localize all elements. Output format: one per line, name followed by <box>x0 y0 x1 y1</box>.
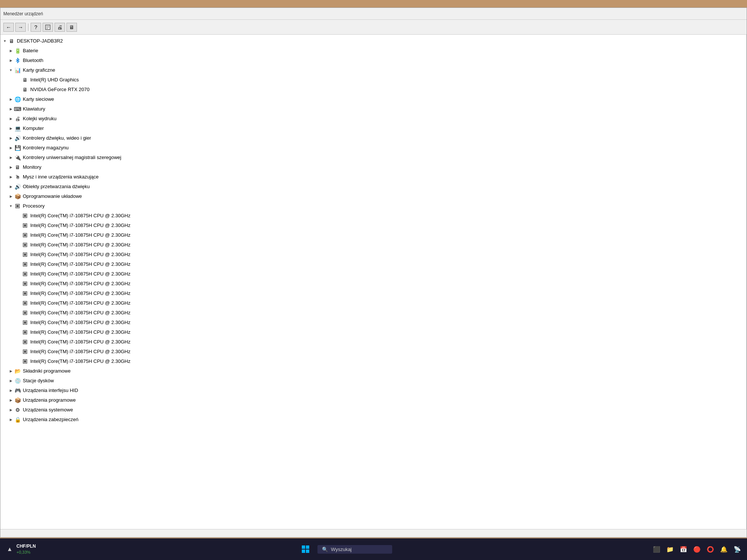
tree-item[interactable]: ▶📦Oprogramowanie układowe <box>0 192 746 201</box>
tree-item[interactable]: ▶Intel(R) Core(TM) i7-10875H CPU @ 2.30G… <box>0 259 746 269</box>
media-icon[interactable]: ⭕ <box>705 544 716 554</box>
tree-item[interactable]: ▶🔌Kontrolery uniwersalnej magistrali sze… <box>0 153 746 162</box>
device-tree[interactable]: 🖥 DESKTOP-JADB3R2 ▶🔋Baterie▶Bluetooth▼📊K… <box>0 35 747 529</box>
tree-item[interactable]: ▼Procesory <box>0 201 746 211</box>
currency-widget[interactable]: CHF/PLN +0,33% <box>16 544 36 555</box>
forward-button[interactable]: → <box>15 23 26 32</box>
tree-item[interactable]: ▶🖥Intel(R) UHD Graphics <box>0 75 746 85</box>
tree-item[interactable]: ▶Intel(R) Core(TM) i7-10875H CPU @ 2.30G… <box>0 357 746 366</box>
monitor-button[interactable]: 🖥 <box>66 23 77 32</box>
tree-toggle-icon[interactable]: ▶ <box>8 397 14 403</box>
tree-item[interactable]: ▶Intel(R) Core(TM) i7-10875H CPU @ 2.30G… <box>0 318 746 327</box>
tree-toggle-icon[interactable]: ▶ <box>15 261 21 267</box>
tree-toggle-icon[interactable]: ▶ <box>8 116 14 122</box>
network-tray-icon[interactable]: 📡 <box>732 544 743 554</box>
tree-item[interactable]: ▶Bluetooth <box>0 56 746 65</box>
tree-toggle-icon[interactable]: ▶ <box>8 378 14 384</box>
monitor-icon: 🖥 <box>14 164 21 171</box>
tree-item[interactable]: ▶Intel(R) Core(TM) i7-10875H CPU @ 2.30G… <box>0 347 746 357</box>
root-toggle-icon[interactable] <box>2 38 8 44</box>
tree-item[interactable]: ▶🖨Kolejki wydruku <box>0 114 746 124</box>
explorer-icon[interactable]: 📁 <box>665 544 675 554</box>
tree-item[interactable]: ▼📊Karty graficzne <box>0 65 746 75</box>
tree-toggle-icon[interactable]: ▶ <box>8 164 14 170</box>
tree-item[interactable]: ▶🔊Obiekty przetwarzania dźwięku <box>0 182 746 192</box>
tree-item[interactable]: ▶🖥NVIDIA GeForce RTX 2070 <box>0 85 746 94</box>
tree-toggle-icon[interactable]: ▼ <box>8 203 14 209</box>
task-view-icon[interactable]: ⬛ <box>651 544 662 554</box>
tree-toggle-icon[interactable]: ▶ <box>8 407 14 413</box>
tree-item[interactable]: ▶💻Komputer <box>0 124 746 133</box>
browser-icon[interactable]: 🔴 <box>692 544 702 554</box>
back-button[interactable]: ← <box>3 23 14 32</box>
tree-toggle-icon[interactable]: ▶ <box>15 232 21 238</box>
tree-toggle-icon[interactable]: ▶ <box>15 87 21 93</box>
tree-toggle-icon[interactable]: ▶ <box>8 135 14 141</box>
tree-toggle-icon[interactable]: ▶ <box>15 329 21 335</box>
tree-toggle-icon[interactable]: ▶ <box>15 242 21 248</box>
tree-item[interactable]: ▶📂Składniki programowe <box>0 366 746 376</box>
tree-item[interactable]: ▶Intel(R) Core(TM) i7-10875H CPU @ 2.30G… <box>0 279 746 289</box>
tree-toggle-icon[interactable]: ▶ <box>8 106 14 112</box>
tree-toggle-icon[interactable]: ▶ <box>8 174 14 180</box>
tree-toggle-icon[interactable]: ▼ <box>8 67 14 73</box>
tree-item[interactable]: ▶🔊Kontrolery dźwięku, wideo i gier <box>0 133 746 143</box>
tree-item[interactable]: ▶Intel(R) Core(TM) i7-10875H CPU @ 2.30G… <box>0 337 746 347</box>
tree-item[interactable]: ▶⌨Klawiatury <box>0 104 746 114</box>
tree-toggle-icon[interactable]: ▶ <box>8 155 14 161</box>
tree-item[interactable]: ▶💾Kontrolery magazynu <box>0 143 746 153</box>
tree-item-label: Intel(R) UHD Graphics <box>30 76 79 84</box>
tree-item[interactable]: ▶💿Stacje dysków <box>0 376 746 386</box>
tree-toggle-icon[interactable]: ▶ <box>15 290 21 296</box>
tree-toggle-icon[interactable]: ▶ <box>8 184 14 190</box>
tree-item[interactable]: ▶🖱Mysz i inne urządzenia wskazujące <box>0 172 746 182</box>
tree-item[interactable]: ▶Intel(R) Core(TM) i7-10875H CPU @ 2.30G… <box>0 211 746 221</box>
tree-toggle-icon[interactable]: ▶ <box>8 57 14 63</box>
print-button[interactable]: 🖨 <box>55 23 65 32</box>
tree-item[interactable]: ▶Intel(R) Core(TM) i7-10875H CPU @ 2.30G… <box>0 240 746 250</box>
search-bar[interactable]: 🔍 Wyszukaj <box>317 545 392 554</box>
tree-toggle-icon[interactable]: ▶ <box>8 417 14 423</box>
tree-toggle-icon[interactable]: ▶ <box>8 145 14 151</box>
tree-toggle-icon[interactable]: ▶ <box>15 349 21 355</box>
tree-item[interactable]: ▶Intel(R) Core(TM) i7-10875H CPU @ 2.30G… <box>0 221 746 230</box>
tree-toggle-icon[interactable]: ▶ <box>15 213 21 219</box>
tree-item[interactable]: ▶🌐Karty sieciowe <box>0 94 746 104</box>
calendar-icon[interactable]: 📅 <box>678 544 689 554</box>
tree-item[interactable]: ▶🎮Urządzenia interfejsu HID <box>0 386 746 395</box>
start-button[interactable] <box>298 542 313 557</box>
help-button[interactable]: ? <box>31 23 41 32</box>
tree-toggle-icon[interactable]: ▶ <box>8 368 14 374</box>
tree-toggle-icon[interactable]: ▶ <box>15 281 21 287</box>
tree-item[interactable]: ▶Intel(R) Core(TM) i7-10875H CPU @ 2.30G… <box>0 308 746 318</box>
tree-item[interactable]: ▶Intel(R) Core(TM) i7-10875H CPU @ 2.30G… <box>0 250 746 259</box>
notification-icon[interactable]: 🔔 <box>719 544 729 554</box>
tree-toggle-icon[interactable]: ▶ <box>8 125 14 131</box>
tree-toggle-icon[interactable]: ▶ <box>15 358 21 364</box>
tree-item[interactable]: ▶Intel(R) Core(TM) i7-10875H CPU @ 2.30G… <box>0 289 746 298</box>
tree-toggle-icon[interactable]: ▶ <box>15 300 21 306</box>
tree-item[interactable]: ▶Intel(R) Core(TM) i7-10875H CPU @ 2.30G… <box>0 269 746 279</box>
tree-item[interactable]: ▶Intel(R) Core(TM) i7-10875H CPU @ 2.30G… <box>0 327 746 337</box>
tree-toggle-icon[interactable]: ▶ <box>15 252 21 258</box>
tree-toggle-icon[interactable]: ▶ <box>8 193 14 199</box>
tree-item[interactable]: ▶Intel(R) Core(TM) i7-10875H CPU @ 2.30G… <box>0 230 746 240</box>
tree-toggle-icon[interactable]: ▶ <box>8 388 14 393</box>
taskbar-chevron-icon[interactable]: ▲ <box>4 544 15 554</box>
tree-item[interactable]: ▶⚙Urządzenia systemowe <box>0 405 746 415</box>
tree-toggle-icon[interactable]: ▶ <box>15 339 21 345</box>
tree-toggle-icon[interactable]: ▶ <box>15 271 21 277</box>
tree-toggle-icon[interactable]: ▶ <box>15 320 21 326</box>
tree-item[interactable]: ▶Intel(R) Core(TM) i7-10875H CPU @ 2.30G… <box>0 298 746 308</box>
tree-item[interactable]: ▶🔋Baterie <box>0 46 746 56</box>
tree-toggle-icon[interactable]: ▶ <box>15 77 21 83</box>
tree-item[interactable]: ▶📦Urządzenia programowe <box>0 395 746 405</box>
tree-item[interactable]: ▶🔒Urządzenia zabezpieczeń <box>0 415 746 424</box>
tree-item[interactable]: ▶🖥Monitory <box>0 162 746 172</box>
tree-toggle-icon[interactable]: ▶ <box>15 223 21 228</box>
properties-button[interactable] <box>43 23 53 32</box>
tree-root[interactable]: 🖥 DESKTOP-JADB3R2 <box>0 36 746 46</box>
tree-toggle-icon[interactable]: ▶ <box>8 96 14 102</box>
tree-toggle-icon[interactable]: ▶ <box>8 48 14 54</box>
tree-toggle-icon[interactable]: ▶ <box>15 310 21 316</box>
